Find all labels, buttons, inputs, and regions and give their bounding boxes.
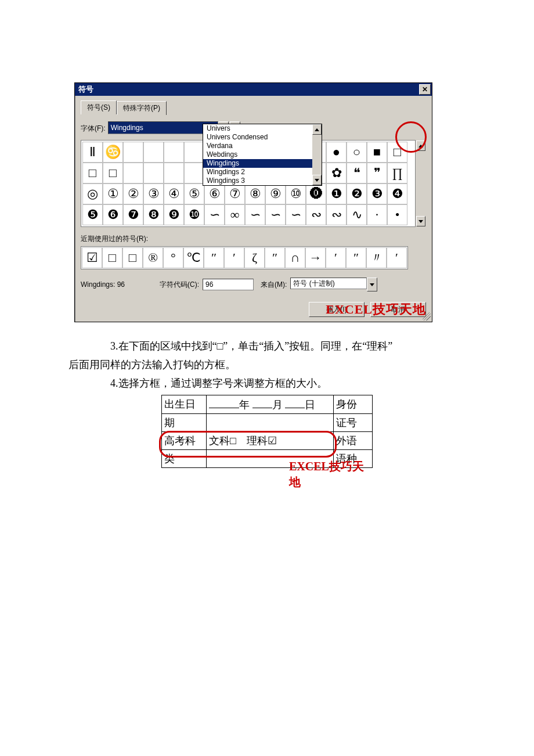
symbol-cell[interactable]	[143, 142, 164, 163]
symbol-cell[interactable]: ∏	[387, 163, 407, 183]
recent-symbol-cell[interactable]: °	[163, 247, 183, 268]
recent-symbol-cell[interactable]: ζ	[244, 247, 265, 268]
symbol-cell[interactable]: ⑧	[245, 183, 265, 204]
recent-symbol-cell[interactable]: ℃	[183, 247, 204, 268]
font-option[interactable]: Wingdings	[203, 159, 322, 168]
symbol-cell[interactable]: ❺	[82, 204, 103, 225]
char-code-input[interactable]: 96	[203, 279, 254, 290]
recent-symbol-cell[interactable]: ☑	[82, 247, 102, 268]
resize-grip-icon[interactable]	[423, 312, 431, 321]
symbol-cell[interactable]: ①	[103, 183, 123, 204]
symbol-cell[interactable]: ⑤	[184, 183, 204, 204]
font-input[interactable]: Wingdings	[108, 121, 218, 134]
dialog-button-row: 插入(I) 取消 EXCEL技巧天地	[81, 302, 426, 317]
symbol-cell[interactable]: ◎	[82, 183, 103, 204]
symbol-cell[interactable]: ❶	[326, 183, 347, 204]
recent-symbol-cell[interactable]: □	[122, 247, 143, 268]
symbol-cell[interactable]: ❼	[123, 204, 143, 225]
symbol-cell[interactable]: ⓿	[306, 183, 326, 204]
symbol-cell[interactable]	[123, 163, 143, 183]
symbol-cell[interactable]: ∞	[225, 204, 245, 225]
symbol-cell[interactable]: ∽	[265, 204, 286, 225]
symbol-cell[interactable]: ∾	[326, 204, 347, 225]
dialog-tabs: 符号(S) 特殊字符(P)	[81, 100, 426, 114]
symbol-cell[interactable]	[164, 163, 184, 183]
symbol-cell[interactable]: ②	[123, 183, 143, 204]
symbol-cell[interactable]: ❿	[184, 204, 204, 225]
symbol-cell[interactable]: ♋	[103, 142, 123, 163]
symbol-cell[interactable]: ③	[143, 183, 164, 204]
symbol-cell[interactable]: ■	[367, 142, 387, 163]
from-combobox[interactable]: 符号 (十进制)	[290, 278, 377, 291]
symbol-cell[interactable]: ❸	[367, 183, 387, 204]
symbol-cell[interactable]: ❻	[103, 204, 123, 225]
symbol-cell[interactable]	[164, 142, 184, 163]
close-button[interactable]: ✕	[419, 84, 431, 95]
symbol-cell[interactable]: ·	[367, 204, 387, 225]
symbol-cell[interactable]: ∽	[245, 204, 265, 225]
recent-symbols-grid: ☑□□®°℃″′ζ″∩→′″〃′	[81, 246, 408, 269]
recent-symbol-cell[interactable]: ″	[346, 247, 366, 268]
symbol-cell[interactable]: ❷	[347, 183, 367, 204]
font-option[interactable]: Univers Condensed	[203, 133, 322, 142]
font-option[interactable]: Wingdings 2	[203, 168, 322, 177]
symbol-cell[interactable]: ∽	[286, 204, 306, 225]
symbol-cell[interactable]: ⑨	[265, 183, 286, 204]
cancel-button-label: 取消	[391, 305, 405, 315]
insert-button[interactable]: 插入(I)	[309, 302, 365, 317]
symbol-cell[interactable]	[143, 163, 164, 183]
scroll-down-button[interactable]	[416, 216, 425, 226]
symbol-cell[interactable]: ❝	[347, 163, 367, 183]
recent-symbol-cell[interactable]: ′	[224, 247, 244, 268]
symbol-cell[interactable]: ∾	[306, 204, 326, 225]
symbol-cell[interactable]: ⑥	[204, 183, 225, 204]
symbol-cell[interactable]: •	[387, 204, 407, 225]
recent-symbol-cell[interactable]: ®	[143, 247, 163, 268]
symbol-cell[interactable]: ✿	[326, 163, 347, 183]
symbol-cell[interactable]: ⑦	[225, 183, 245, 204]
symbol-cell[interactable]: □	[103, 163, 123, 183]
symbol-cell[interactable]: Ⅱ	[82, 142, 103, 163]
symbol-cell[interactable]: ●	[326, 142, 347, 163]
recent-symbol-cell[interactable]: ″	[204, 247, 224, 268]
symbol-cell[interactable]: ⑩	[286, 183, 306, 204]
recent-symbol-cell[interactable]: ″	[265, 247, 285, 268]
recent-symbol-cell[interactable]: ∩	[285, 247, 305, 268]
scroll-up-button[interactable]	[312, 124, 322, 135]
tab-special-chars[interactable]: 特殊字符(P)	[117, 101, 167, 115]
symbol-cell[interactable]	[184, 163, 204, 183]
dialog-titlebar[interactable]: 符号 ✕	[75, 83, 432, 96]
symbol-cell[interactable]: ❽	[143, 204, 164, 225]
scroll-down-button[interactable]	[312, 175, 322, 185]
cell-exam-1: 高考科	[162, 432, 207, 450]
label-day: 日	[305, 399, 315, 411]
symbol-cell[interactable]: ○	[347, 142, 367, 163]
symbol-cell[interactable]: □	[387, 142, 407, 163]
symbol-cell[interactable]	[184, 142, 204, 163]
from-input[interactable]: 符号 (十进制)	[290, 278, 367, 289]
from-dropdown-button[interactable]	[367, 278, 377, 291]
recent-symbol-cell[interactable]: ′	[326, 247, 346, 268]
symbol-cell[interactable]: ❞	[367, 163, 387, 183]
cancel-button[interactable]: 取消	[370, 302, 426, 317]
symbol-cell[interactable]: ❾	[164, 204, 184, 225]
symbol-grid-scrollbar[interactable]	[416, 141, 425, 226]
dropdown-scrollbar[interactable]	[312, 124, 322, 185]
recent-symbol-cell[interactable]: ′	[387, 247, 407, 268]
recent-symbol-cell[interactable]: 〃	[366, 247, 387, 268]
symbol-cell[interactable]: ∿	[347, 204, 367, 225]
font-option[interactable]: Webdings	[203, 150, 322, 159]
symbol-cell[interactable]: □	[82, 163, 103, 183]
symbol-cell[interactable]: ❹	[387, 183, 407, 204]
symbol-cell[interactable]: ④	[164, 183, 184, 204]
font-option[interactable]: Univers	[203, 124, 322, 133]
symbol-cell[interactable]: ∽	[204, 204, 225, 225]
font-option[interactable]: Verdana	[203, 142, 322, 150]
scroll-up-button[interactable]	[416, 141, 425, 151]
font-dropdown-list[interactable]: UniversUnivers CondensedVerdanaWebdingsW…	[203, 124, 322, 186]
font-option[interactable]: Wingdings 3	[203, 177, 322, 185]
recent-symbol-cell[interactable]: →	[305, 247, 326, 268]
symbol-cell[interactable]	[123, 142, 143, 163]
tab-symbols[interactable]: 符号(S)	[81, 100, 117, 114]
recent-symbol-cell[interactable]: □	[102, 247, 122, 268]
